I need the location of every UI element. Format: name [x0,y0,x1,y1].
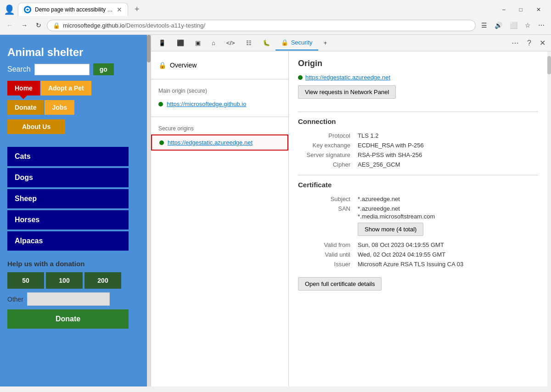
cipher-row: Cipher AES_256_GCM [298,160,538,169]
sheep-button[interactable]: Sheep [7,189,129,208]
maximize-button[interactable]: □ [513,4,529,16]
dt-tab-device[interactable]: 📱 [153,36,171,50]
website-header: Animal shelter Search go Home Adopt a Pe… [7,42,140,140]
dt-tab-network[interactable]: ☷ [241,36,257,50]
search-input[interactable] [34,64,90,75]
amount-50-button[interactable]: 50 [7,272,44,289]
nav-adopt-button[interactable]: Adopt a Pet [41,81,91,95]
secure-origin-item[interactable]: https://edgestatic.azureedge.net [151,134,288,151]
valid-until-row: Valid until Wed, 02 Oct 2024 04:19:55 GM… [298,250,538,259]
san-value-1: *.azureedge.net [358,205,538,212]
subject-row: Subject *.azureedge.net [298,194,538,204]
tab-favicon [24,6,31,13]
dt-tab-security[interactable]: 🔒 Security [276,35,318,50]
refresh-button[interactable]: ↻ [33,19,44,32]
website-scrollbar[interactable] [147,35,151,386]
nav-bar: ← → ↻ 🔒 microsoftedge.github.io/Demos/de… [0,16,551,34]
dt-tab-layout[interactable]: ▣ [190,36,206,50]
amount-200-button[interactable]: 200 [84,272,121,289]
devtools-tabs: 📱 ⬛ ▣ ⌂ </> ☷ 🐛 🔒 Security [151,35,551,51]
nav-home-button[interactable]: Home [7,81,40,95]
nav-jobs-button[interactable]: Jobs [45,100,74,115]
origin-url-text[interactable]: https://edgestatic.azureedge.net [305,74,390,81]
other-amount-input[interactable] [27,292,110,306]
valid-until-value: Wed, 02 Oct 2024 04:19:55 GMT [358,250,538,259]
other-label: Other [7,296,23,303]
security-right-panel: Origin https://edgestatic.azureedge.net … [289,51,547,386]
subject-label: Subject [298,194,358,204]
dt-close-button[interactable]: ✕ [536,36,549,50]
section-divider2 [298,175,538,175]
cats-button[interactable]: Cats [7,147,129,166]
tab-title: Demo page with accessibility issu [35,6,113,13]
website-scrollbar-thumb [147,35,151,62]
main-area: Animal shelter Search go Home Adopt a Pe… [0,35,551,386]
performance-icon: 🐛 [263,39,270,46]
devtools-content: 🔒 Overview Main origin (secure) https://… [151,51,551,386]
dt-tab-performance[interactable]: 🐛 [257,36,276,50]
collections-button[interactable]: ☰ [478,19,490,32]
open-certificate-button[interactable]: Open full certificate details [298,277,382,291]
back-button[interactable]: ← [4,19,16,32]
browser-tab[interactable]: Demo page with accessibility issu ✕ [18,3,128,16]
dt-help-button[interactable]: ? [523,36,535,50]
donation-amounts: 50 100 200 [7,272,140,289]
server-sig-row: Server signature RSA-PSS with SHA-256 [298,150,538,160]
network-icon: ☷ [246,39,252,46]
overview-item[interactable]: 🔒 Overview [151,57,288,73]
dt-tab-sources[interactable]: </> [221,36,241,50]
green-dot-main [158,102,163,106]
dt-more-button[interactable]: ⋯ [508,36,523,50]
security-tab-label: Security [291,39,313,46]
dt-tab-toggle[interactable]: ⬛ [171,36,190,50]
issuer-row: Issuer Microsoft Azure RSA TLS Issuing C… [298,259,538,269]
layout-icon: ▣ [195,39,201,46]
san-label: SAN [298,204,358,240]
title-bar: 👤 Demo page with accessibility issu ✕ + … [0,0,551,16]
show-more-button[interactable]: Show more (4 total) [358,223,423,236]
animal-list: Cats Dogs Sheep Horses Alpacas [7,147,140,251]
server-sig-label: Server signature [298,150,358,160]
alpacas-button[interactable]: Alpacas [7,231,129,251]
security-right-scrollbar[interactable] [547,51,551,386]
san-values: *.azureedge.net *.media.microsoftstream.… [358,204,538,240]
divider [151,79,288,79]
forward-button[interactable]: → [18,19,30,32]
window-controls: – □ ✕ [496,4,547,16]
issuer-value: Microsoft Azure RSA TLS Issuing CA 03 [358,259,538,269]
server-sig-value: RSA-PSS with SHA-256 [358,150,538,160]
search-label: Search [7,65,31,73]
go-button[interactable]: go [93,63,114,75]
nav-about-button[interactable]: About Us [7,119,65,134]
main-origin-label: Main origin (secure) [151,85,288,97]
nav-right-buttons: ☰ 🔊 ⬜ ☆ ⋯ [478,19,547,32]
website-panel: Animal shelter Search go Home Adopt a Pe… [0,35,151,386]
valid-from-row: Valid from Sun, 08 Oct 2023 04:19:55 GMT [298,240,538,250]
horses-button[interactable]: Horses [7,210,129,230]
main-origin-link[interactable]: https://microsoftedge.github.io [167,101,246,107]
connection-title: Connection [298,118,538,125]
settings-button[interactable]: ⋯ [535,19,547,32]
donate-button[interactable]: Donate [7,309,129,329]
tab-close-btn[interactable]: ✕ [117,6,122,13]
donation-section: Help us with a donation 50 100 200 Other… [7,260,140,329]
favorites-button[interactable]: ☆ [522,19,534,32]
nav-donate-button[interactable]: Donate [7,100,44,115]
read-aloud-button[interactable]: 🔊 [492,19,505,32]
close-window-button[interactable]: ✕ [530,4,547,16]
issuer-label: Issuer [298,259,358,269]
split-screen-button[interactable]: ⬜ [507,19,520,32]
dt-tab-elements[interactable]: ⌂ [206,36,221,50]
secure-origin-link[interactable]: https://edgestatic.azureedge.net [168,139,253,146]
minimize-button[interactable]: – [496,4,512,16]
address-text: microsoftedge.github.io/Demos/devtools-a… [63,22,470,29]
view-requests-button[interactable]: View requests in Network Panel [298,85,396,99]
address-bar[interactable]: 🔒 microsoftedge.github.io/Demos/devtools… [47,20,476,31]
dt-tab-add[interactable]: + [318,36,333,50]
amount-100-button[interactable]: 100 [46,272,83,289]
search-row: Search go [7,63,140,75]
dogs-button[interactable]: Dogs [7,168,129,187]
new-tab-button[interactable]: + [131,3,143,16]
url-domain: microsoftedge.github.io [63,22,124,29]
green-dot-secure [159,140,164,145]
